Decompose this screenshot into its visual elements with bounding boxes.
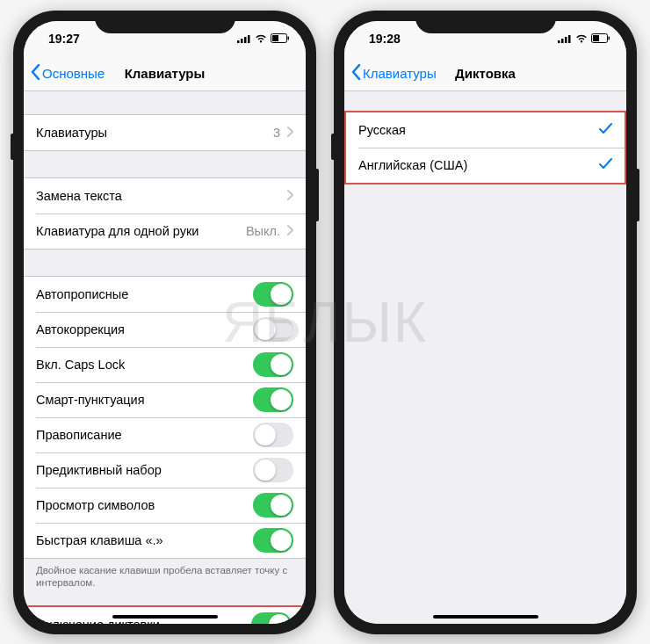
- svg-rect-1: [241, 39, 243, 43]
- row-label: Русская: [358, 123, 406, 137]
- toggle-smart-punctuation[interactable]: [253, 387, 293, 412]
- page-title: Диктовка: [455, 66, 516, 81]
- row-value: 3: [273, 126, 280, 140]
- chevron-right-icon: [287, 189, 293, 203]
- dictation-content[interactable]: Русская Английская (США): [344, 91, 626, 624]
- toggle-auto-capitalization[interactable]: [253, 282, 293, 307]
- home-indicator[interactable]: [433, 615, 538, 619]
- row-character-preview: Просмотр символов: [24, 488, 306, 523]
- svg-rect-7: [558, 40, 560, 43]
- page-title: Клавиатуры: [125, 66, 206, 81]
- row-label: Просмотр символов: [36, 498, 155, 512]
- row-period-shortcut: Быстрая клавиша «.»: [24, 523, 306, 558]
- row-text-replacement[interactable]: Замена текста: [24, 178, 306, 213]
- battery-icon: [271, 33, 290, 43]
- svg-rect-13: [609, 37, 610, 40]
- row-label: Замена текста: [36, 189, 122, 203]
- chevron-left-icon: [351, 64, 361, 83]
- settings-content[interactable]: Клавиатуры 3 Замена текста Клавиатура дл…: [24, 91, 306, 624]
- row-label: Клавиатура для одной руки: [36, 224, 199, 238]
- toggle-period-shortcut[interactable]: [253, 528, 293, 553]
- screen-right: 19:28 Клавиатуры Диктовка: [344, 21, 626, 624]
- back-label: Клавиатуры: [363, 66, 437, 81]
- row-check-spelling: Правописание: [24, 417, 306, 452]
- row-caps-lock: Вкл. Caps Lock: [24, 347, 306, 382]
- back-label: Основные: [42, 66, 105, 81]
- nav-bar: Основные Клавиатуры: [24, 56, 306, 91]
- row-smart-punctuation: Смарт-пунктуация: [24, 382, 306, 417]
- row-value: Выкл.: [246, 224, 280, 238]
- footer-note: Двойное касание клавиши пробела вставляе…: [24, 559, 306, 590]
- row-autocorrection: Автокоррекция: [24, 312, 306, 347]
- notch: [95, 11, 235, 33]
- back-button[interactable]: Основные: [31, 64, 105, 83]
- row-label: Предиктивный набор: [36, 463, 162, 477]
- row-predictive: Предиктивный набор: [24, 452, 306, 488]
- phone-left: 19:27 Основные Клавиатуры: [13, 11, 316, 634]
- group-dictation-languages-highlighted: Русская Английская (США): [344, 111, 626, 185]
- svg-rect-3: [248, 35, 250, 43]
- svg-rect-10: [568, 35, 571, 43]
- group-text-options: Замена текста Клавиатура для одной руки …: [24, 177, 306, 250]
- signal-icon: [237, 34, 251, 43]
- nav-bar: Клавиатуры Диктовка: [344, 56, 626, 91]
- toggle-caps-lock[interactable]: [253, 352, 293, 377]
- status-time: 19:27: [48, 32, 80, 46]
- wifi-icon: [575, 34, 588, 43]
- wifi-icon: [255, 34, 267, 43]
- checkmark-icon: [599, 158, 612, 172]
- row-label: Клавиатуры: [36, 126, 107, 140]
- group-toggles: Автопрописные Автокоррекция Вкл. Caps Lo…: [24, 276, 306, 559]
- row-label: Правописание: [36, 428, 122, 442]
- row-keyboards[interactable]: Клавиатуры 3: [24, 115, 306, 150]
- svg-rect-9: [565, 37, 567, 43]
- row-auto-capitalization: Автопрописные: [24, 277, 306, 312]
- row-label: Вкл. Caps Lock: [36, 358, 125, 372]
- row-language-russian[interactable]: Русская: [346, 112, 625, 148]
- toggle-autocorrection[interactable]: [253, 317, 293, 342]
- row-label: Автокоррекция: [36, 322, 125, 336]
- toggle-character-preview[interactable]: [253, 493, 293, 517]
- phone-right: 19:28 Клавиатуры Диктовка: [334, 11, 637, 634]
- toggle-check-spelling[interactable]: [253, 423, 293, 447]
- back-button[interactable]: Клавиатуры: [351, 64, 437, 83]
- signal-icon: [558, 34, 572, 43]
- status-time: 19:28: [369, 32, 401, 46]
- row-label: Автопрописные: [36, 287, 128, 301]
- svg-rect-2: [244, 37, 247, 43]
- toggle-enable-dictation[interactable]: [251, 612, 292, 623]
- row-label: Английская (США): [358, 158, 467, 172]
- battery-icon: [591, 33, 610, 43]
- chevron-left-icon: [31, 64, 40, 83]
- home-indicator[interactable]: [112, 615, 218, 619]
- svg-rect-12: [593, 35, 599, 41]
- svg-rect-5: [272, 35, 278, 41]
- group-keyboards: Клавиатуры 3: [24, 114, 306, 151]
- notch: [415, 11, 556, 33]
- row-language-english-us[interactable]: Английская (США): [346, 148, 625, 183]
- row-label: Смарт-пунктуация: [36, 393, 145, 407]
- row-label: Включение диктовки: [38, 618, 160, 623]
- chevron-right-icon: [287, 224, 293, 238]
- row-label: Быстрая клавиша «.»: [36, 533, 163, 547]
- screen-left: 19:27 Основные Клавиатуры: [24, 21, 306, 624]
- svg-rect-0: [237, 40, 240, 43]
- checkmark-icon: [599, 123, 612, 137]
- svg-rect-6: [288, 37, 290, 40]
- toggle-predictive[interactable]: [253, 458, 293, 482]
- svg-rect-8: [561, 39, 564, 43]
- row-one-handed-keyboard[interactable]: Клавиатура для одной руки Выкл.: [24, 213, 306, 249]
- chevron-right-icon: [287, 126, 293, 140]
